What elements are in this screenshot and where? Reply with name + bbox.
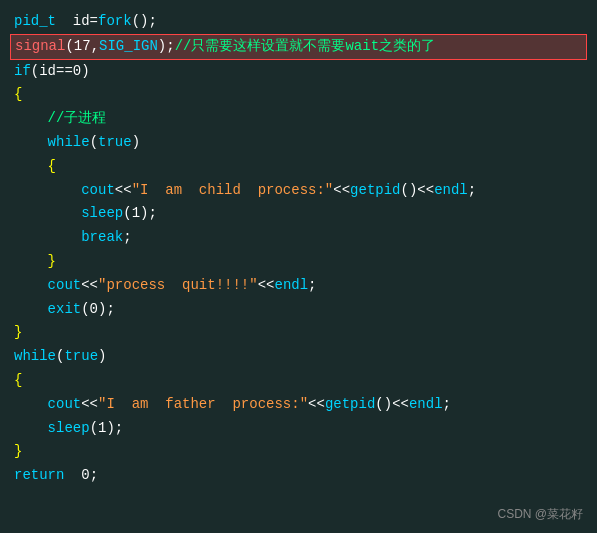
code-line-18: sleep(1);: [14, 417, 583, 441]
code-line-9: sleep(1);: [14, 202, 583, 226]
code-line-15: while(true): [14, 345, 583, 369]
code-line-11: }: [14, 250, 583, 274]
code-line-17: cout<<"I am father process:"<<getpid()<<…: [14, 393, 583, 417]
code-editor: pid_t id=fork(); signal(17,SIG_IGN);//只需…: [0, 0, 597, 498]
code-line-20: return 0;: [14, 464, 583, 488]
code-line-6: while(true): [14, 131, 583, 155]
code-line-5: //子进程: [14, 107, 583, 131]
code-line-19: }: [14, 440, 583, 464]
code-line-2-highlighted: signal(17,SIG_IGN);//只需要这样设置就不需要wait之类的了: [10, 34, 587, 60]
code-line-14: }: [14, 321, 583, 345]
code-line-8: cout<<"I am child process:"<<getpid()<<e…: [14, 179, 583, 203]
watermark: CSDN @菜花籽: [497, 506, 583, 523]
code-line-16: {: [14, 369, 583, 393]
code-line-1: pid_t id=fork();: [14, 10, 583, 34]
code-line-12: cout<<"process quit!!!!"<<endl;: [14, 274, 583, 298]
code-line-13: exit(0);: [14, 298, 583, 322]
code-line-7: {: [14, 155, 583, 179]
code-line-10: break;: [14, 226, 583, 250]
code-line-3: if(id==0): [14, 60, 583, 84]
code-line-4: {: [14, 83, 583, 107]
